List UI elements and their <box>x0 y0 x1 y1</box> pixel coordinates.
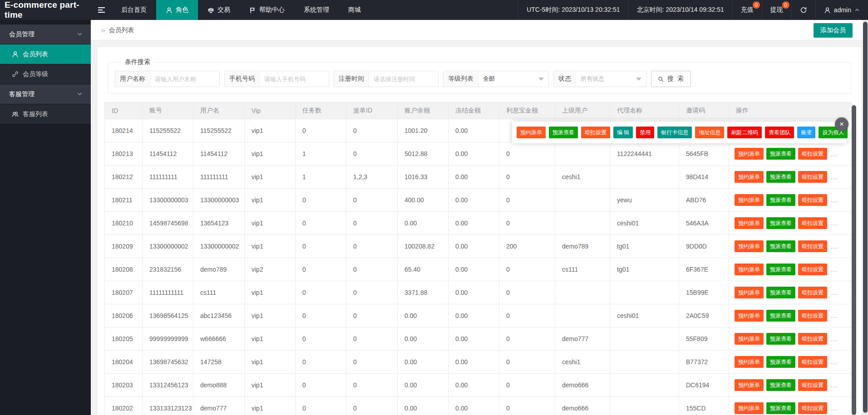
reserve-dispatch-button[interactable]: 预约派单 <box>735 194 764 206</box>
dispatch-view-button[interactable]: 预派查看 <box>766 264 795 275</box>
hidden-deduction-button[interactable]: 暗扣设置 <box>798 240 827 252</box>
dispatch-view-button[interactable]: 预派查看 <box>766 333 795 345</box>
table-cell <box>555 142 610 166</box>
table-row: 18020313312456123demo888vip1000.000.000d… <box>104 374 752 397</box>
user-menu[interactable]: admin <box>815 0 868 20</box>
reserve-dispatch-button[interactable]: 预约派单 <box>735 148 764 160</box>
dispatch-view-button[interactable]: 预派查看 <box>766 356 795 368</box>
balance-change-button[interactable]: 账变 <box>797 127 815 138</box>
nav-item-roles[interactable]: 角色 <box>156 0 198 20</box>
nav-item-label: 交易 <box>217 6 230 14</box>
reserve-dispatch-button[interactable]: 预约派单 <box>735 310 764 322</box>
sidebar-group-member-management[interactable]: 会员管理 <box>0 24 91 44</box>
dispatch-view-button[interactable]: 预派查看 <box>766 240 795 252</box>
view-team-button[interactable]: 查看团队 <box>765 127 794 138</box>
reserve-dispatch-button[interactable]: 预约派单 <box>735 240 764 252</box>
address-info-button[interactable]: 地址信息 <box>695 127 724 138</box>
page-scrollbar[interactable] <box>863 22 868 413</box>
table-cell: 0 <box>296 189 346 212</box>
reserve-dispatch-button[interactable]: 预约派单 <box>735 356 764 368</box>
nav-item-help-center[interactable]: 帮助中心 <box>240 0 294 20</box>
dispatch-view-button[interactable]: 预派查看 <box>766 171 795 183</box>
add-member-button[interactable]: 添加会员 <box>814 23 853 38</box>
table-scrollbar[interactable] <box>852 105 856 415</box>
hidden-deduction-button[interactable]: 暗扣设置 <box>581 127 610 138</box>
dispatch-view-button[interactable]: 预派查看 <box>766 287 795 298</box>
sidebar-item-member-list[interactable]: 会员列表 <box>0 44 91 64</box>
table-cell: 1,2,3 <box>346 166 398 189</box>
withdraw-link[interactable]: 提现 0 <box>762 0 791 20</box>
more-actions-button[interactable]: ... <box>830 150 838 157</box>
nav-item-trade[interactable]: 交易 <box>198 0 240 20</box>
table-cell: 0.00 <box>449 258 499 281</box>
dispatch-view-button[interactable]: 预派查看 <box>766 194 795 206</box>
table-cell: vip1 <box>245 189 296 212</box>
reserve-dispatch-button[interactable]: 预约派单 <box>735 264 764 275</box>
hidden-deduction-button[interactable]: 暗扣设置 <box>798 148 827 160</box>
table-cell: 13654123 <box>193 212 245 235</box>
nav-item-system-management[interactable]: 系统管理 <box>294 0 339 20</box>
close-icon[interactable]: × <box>835 117 848 131</box>
reserve-dispatch-button[interactable]: 预约派单 <box>517 127 546 138</box>
dispatch-view-button[interactable]: 预派查看 <box>766 402 795 414</box>
refresh-qrcode-button[interactable]: 刷新二维码 <box>727 127 762 138</box>
more-actions-button[interactable]: ... <box>830 358 838 366</box>
dispatch-view-button[interactable]: 预派查看 <box>766 379 795 391</box>
recharge-link[interactable]: 充值 0 <box>732 0 762 20</box>
sidebar-item-label: 会员等级 <box>23 70 48 78</box>
level-select[interactable]: 等级列表全部 <box>443 71 549 87</box>
reserve-dispatch-button[interactable]: 预约派单 <box>735 402 764 414</box>
hidden-deduction-button[interactable]: 暗扣设置 <box>798 402 827 414</box>
menu-toggle-icon[interactable] <box>91 0 112 20</box>
hidden-deduction-button[interactable]: 暗扣设置 <box>798 287 827 298</box>
dispatch-view-button[interactable]: 预派查看 <box>766 148 795 160</box>
sidebar-item-member-level[interactable]: 会员等级 <box>0 64 91 84</box>
status-select[interactable]: 状态所有状态 <box>553 71 646 87</box>
reserve-dispatch-button[interactable]: 预约派单 <box>735 287 764 298</box>
hidden-deduction-button[interactable]: 暗扣设置 <box>798 356 827 368</box>
nav-item-home[interactable]: 后台首页 <box>112 0 156 20</box>
user-icon <box>166 7 173 14</box>
register-time-input[interactable] <box>369 71 438 87</box>
sidebar-group-customer-service[interactable]: 客服管理 <box>0 84 91 104</box>
table-cell: 0 <box>296 119 346 142</box>
bank-card-info-button[interactable]: 银行卡信息 <box>657 127 692 138</box>
table-cell: 0 <box>296 327 346 351</box>
more-actions-button[interactable]: ... <box>830 381 838 389</box>
more-actions-button[interactable]: ... <box>830 243 838 250</box>
hidden-deduction-button[interactable]: 暗扣设置 <box>798 264 827 275</box>
username-input[interactable] <box>150 71 219 87</box>
sidebar-item-service-list[interactable]: 客服列表 <box>0 104 91 124</box>
search-form: 用户名称手机号码注册时间等级列表全部状态所有状态搜 索 <box>115 71 844 87</box>
disable-button[interactable]: 禁用 <box>636 127 654 138</box>
dispatch-view-button[interactable]: 预派查看 <box>766 310 795 322</box>
reserve-dispatch-button[interactable]: 预约派单 <box>735 333 764 345</box>
more-actions-button[interactable]: ... <box>830 220 838 227</box>
hidden-deduction-button[interactable]: 暗扣设置 <box>798 217 827 229</box>
column-header: 冻结金额 <box>449 102 499 119</box>
link-icon <box>12 71 19 78</box>
nav-item-mall[interactable]: 商城 <box>339 0 370 20</box>
search-button[interactable]: 搜 索 <box>651 71 691 87</box>
phone-input[interactable] <box>260 71 329 87</box>
dispatch-view-button[interactable]: 预派查看 <box>766 217 795 229</box>
reserve-dispatch-button[interactable]: 预约派单 <box>735 171 764 183</box>
more-actions-button[interactable]: ... <box>830 266 838 273</box>
hidden-deduction-button[interactable]: 暗扣设置 <box>798 379 827 391</box>
refresh-button[interactable] <box>791 0 815 20</box>
dispatch-view-button[interactable]: 预派查看 <box>549 127 578 138</box>
hidden-deduction-button[interactable]: 暗扣设置 <box>798 194 827 206</box>
more-actions-button[interactable]: ... <box>830 173 838 181</box>
more-actions-button[interactable]: ... <box>830 289 838 296</box>
reserve-dispatch-button[interactable]: 预约派单 <box>735 379 764 391</box>
hidden-deduction-button[interactable]: 暗扣设置 <box>798 333 827 345</box>
reserve-dispatch-button[interactable]: 预约派单 <box>735 217 764 229</box>
more-actions-button[interactable]: ... <box>830 335 838 342</box>
more-actions-button[interactable]: ... <box>830 196 838 204</box>
hidden-deduction-button[interactable]: 暗扣设置 <box>798 171 827 183</box>
more-actions-button[interactable]: ... <box>830 405 838 412</box>
more-actions-button[interactable]: ... <box>830 312 838 319</box>
register-time-label: 注册时间 <box>334 71 369 87</box>
hidden-deduction-button[interactable]: 暗扣设置 <box>798 310 827 322</box>
edit-button[interactable]: 编 辑 <box>613 127 633 138</box>
